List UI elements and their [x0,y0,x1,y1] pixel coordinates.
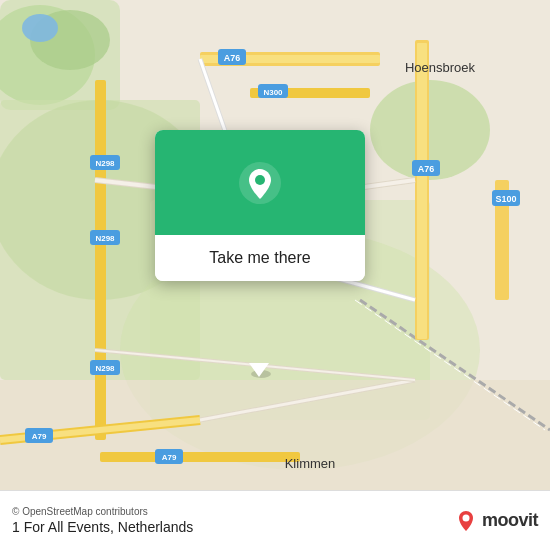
bottom-left-info: © OpenStreetMap contributors 1 For All E… [12,506,193,535]
svg-rect-21 [417,43,427,339]
take-me-there-button[interactable]: Take me there [155,235,365,281]
svg-text:A76: A76 [418,164,435,174]
location-name: 1 For All Events, Netherlands [12,519,193,535]
svg-rect-38 [100,452,300,462]
attribution-text: © OpenStreetMap contributors [12,506,193,517]
moovit-brand-text: moovit [482,510,538,531]
svg-text:A79: A79 [162,453,177,462]
svg-point-57 [255,175,265,185]
svg-text:A79: A79 [32,432,47,441]
svg-rect-27 [95,80,106,440]
svg-text:N298: N298 [95,234,115,243]
svg-point-9 [22,14,58,42]
svg-text:Klimmen: Klimmen [285,456,336,471]
svg-point-58 [462,514,469,521]
bottom-bar: © OpenStreetMap contributors 1 For All E… [0,490,550,550]
map-container[interactable]: A76 N300 A76 S100 N298 N298 N298 A79 [0,0,550,490]
popup-header [155,130,365,235]
svg-text:N300: N300 [263,88,283,97]
svg-text:S100: S100 [495,194,516,204]
moovit-logo: moovit [454,509,538,533]
svg-text:N298: N298 [95,364,115,373]
moovit-pin-icon [454,509,478,533]
svg-text:N298: N298 [95,159,115,168]
location-pin-icon [238,161,282,205]
popup-tail [249,363,269,377]
popup-card: Take me there [155,130,365,281]
svg-text:A76: A76 [224,53,241,63]
svg-text:Hoensbroek: Hoensbroek [405,60,476,75]
